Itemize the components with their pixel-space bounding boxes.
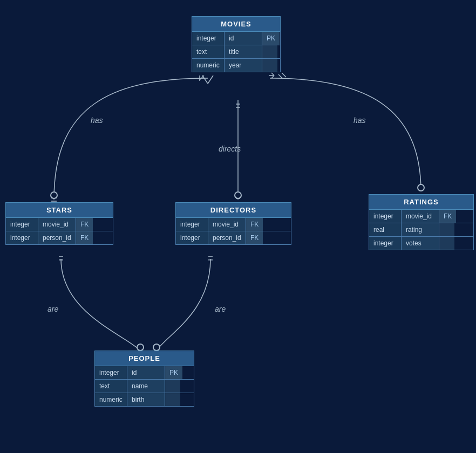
cell-name: birth xyxy=(127,393,165,406)
movies-table: MOVIES integer id PK text title numeric … xyxy=(192,16,281,72)
cell-empty xyxy=(165,393,180,406)
people-table: PEOPLE integer id PK text name numeric b… xyxy=(94,351,194,407)
cell-key: FK xyxy=(439,210,456,223)
cell-empty xyxy=(262,45,277,58)
people-title: PEOPLE xyxy=(94,351,194,366)
svg-point-20 xyxy=(51,192,57,198)
table-row: integer movie_id FK xyxy=(369,210,474,223)
cell-type: integer xyxy=(176,231,208,244)
cell-key: FK xyxy=(246,218,263,231)
relation-are-right: are xyxy=(215,305,226,313)
cell-name: movie_id xyxy=(402,210,439,223)
cell-type: real xyxy=(369,223,402,236)
svg-line-10 xyxy=(271,73,274,76)
cell-type: integer xyxy=(369,237,402,250)
directors-table: DIRECTORS integer movie_id FK integer pe… xyxy=(175,202,291,245)
cell-type: text xyxy=(192,45,225,58)
table-row: integer movie_id FK xyxy=(175,218,291,231)
cell-name: movie_id xyxy=(208,218,246,231)
svg-line-28 xyxy=(282,73,286,77)
cell-empty xyxy=(439,223,454,236)
ratings-title: RATINGS xyxy=(369,194,474,210)
stars-table: STARS integer movie_id FK integer person… xyxy=(5,202,113,245)
svg-line-1 xyxy=(208,76,213,84)
cell-type: integer xyxy=(369,210,402,223)
table-row: real rating xyxy=(369,223,474,237)
cell-type: integer xyxy=(6,231,38,244)
cell-type: text xyxy=(95,380,127,393)
svg-point-22 xyxy=(418,184,424,191)
movies-title: MOVIES xyxy=(192,16,281,32)
cell-name: year xyxy=(225,59,262,72)
cell-name: person_id xyxy=(208,231,246,244)
cell-key: FK xyxy=(76,218,93,231)
table-row: integer person_id FK xyxy=(175,231,291,245)
cell-type: integer xyxy=(176,218,208,231)
cell-empty xyxy=(439,237,454,250)
relation-has-right: has xyxy=(353,116,366,125)
stars-title: STARS xyxy=(5,202,113,218)
cell-name: rating xyxy=(402,223,439,236)
cell-name: id xyxy=(225,32,262,45)
relation-directs: directs xyxy=(219,145,241,153)
cell-type: numeric xyxy=(95,393,127,406)
svg-line-25 xyxy=(200,76,204,80)
table-row: integer movie_id FK xyxy=(5,218,113,231)
cell-name: votes xyxy=(402,237,439,250)
cell-key: PK xyxy=(262,32,280,45)
table-row: integer id PK xyxy=(94,366,194,380)
table-row: integer person_id FK xyxy=(5,231,113,245)
cell-name: title xyxy=(225,45,262,58)
cell-type: integer xyxy=(95,366,127,379)
diagram-container: MOVIES integer id PK text title numeric … xyxy=(0,0,476,453)
relation-are-left: are xyxy=(47,305,58,313)
table-row: numeric year xyxy=(192,59,281,72)
cell-key: FK xyxy=(76,231,93,244)
cell-type: numeric xyxy=(192,59,225,72)
svg-point-23 xyxy=(137,344,144,351)
cell-key: PK xyxy=(165,366,182,379)
cell-empty xyxy=(165,380,180,393)
relation-has-left: has xyxy=(91,116,103,125)
cell-type: integer xyxy=(6,218,38,231)
cell-type: integer xyxy=(192,32,225,45)
table-row: integer id PK xyxy=(192,32,281,45)
table-row: integer votes xyxy=(369,237,474,250)
svg-point-24 xyxy=(153,344,160,351)
ratings-table: RATINGS integer movie_id FK real rating … xyxy=(369,194,474,250)
cell-key: FK xyxy=(246,231,263,244)
svg-line-27 xyxy=(278,74,283,79)
cell-name: movie_id xyxy=(38,218,76,231)
svg-line-11 xyxy=(271,76,274,78)
cell-name: person_id xyxy=(38,231,76,244)
cell-empty xyxy=(262,59,277,72)
svg-point-21 xyxy=(235,192,241,198)
table-row: numeric birth xyxy=(94,393,194,407)
table-row: text title xyxy=(192,45,281,59)
directors-title: DIRECTORS xyxy=(175,202,291,218)
table-row: text name xyxy=(94,380,194,393)
svg-line-0 xyxy=(202,76,208,84)
cell-name: name xyxy=(127,380,165,393)
cell-name: id xyxy=(127,366,165,379)
